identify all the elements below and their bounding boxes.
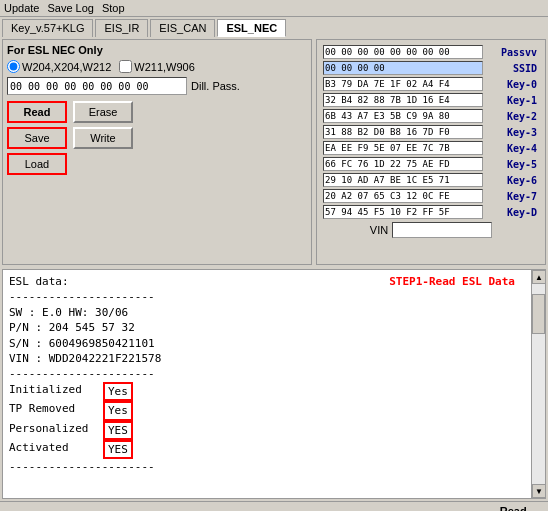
key-label-4: Key-2: [496, 108, 541, 124]
bottom-panel-inner: STEP1-Read ESL Data ESL data: ----------…: [3, 270, 545, 498]
key-row-2: Key-0: [321, 76, 541, 92]
hex-row: Dill. Pass.: [7, 77, 307, 95]
personalized-label: Personalized: [9, 421, 99, 440]
menu-update[interactable]: Update: [4, 2, 39, 14]
key-row-7: Key-5: [321, 156, 541, 172]
log-line-5: VIN : WDD2042221F221578: [9, 351, 525, 366]
log-line-4: S/N : 6004969850421101: [9, 336, 525, 351]
key-label-6: Key-4: [496, 140, 541, 156]
write-button[interactable]: Write: [73, 127, 133, 149]
btn-row-3: Load: [7, 153, 307, 175]
tab-eslnec[interactable]: ESL_NEC: [217, 19, 286, 37]
vin-input[interactable]: [392, 222, 492, 238]
status-bar: Read.....: [0, 501, 548, 511]
key-input-4[interactable]: [323, 109, 483, 123]
tab-eiscan[interactable]: EIS_CAN: [150, 19, 215, 37]
vin-row: VIN: [321, 222, 541, 238]
dill-pass-input[interactable]: [7, 77, 187, 95]
left-panel: For ESL NEC Only W204,X204,W212 W211,W90…: [2, 39, 312, 265]
log-tp-removed: TP Removed Yes: [9, 401, 525, 420]
key-label-1: SSID: [496, 60, 541, 76]
key-input-5[interactable]: [323, 125, 483, 139]
key-table: PassvvSSIDKey-0Key-1Key-2Key-3Key-4Key-5…: [321, 44, 541, 220]
log-activated: Activated YES: [9, 440, 525, 459]
panel-title: For ESL NEC Only: [7, 44, 307, 56]
initialized-value: Yes: [103, 382, 133, 401]
key-row-0: Passvv: [321, 44, 541, 60]
key-input-3[interactable]: [323, 93, 483, 107]
key-row-5: Key-3: [321, 124, 541, 140]
key-label-0: Passvv: [496, 44, 541, 60]
bottom-panel: STEP1-Read ESL Data ESL data: ----------…: [2, 269, 546, 499]
activated-value: YES: [103, 440, 133, 459]
key-input-2[interactable]: [323, 77, 483, 91]
scroll-track: [532, 284, 545, 484]
menu-stop[interactable]: Stop: [102, 2, 125, 14]
right-panel: PassvvSSIDKey-0Key-1Key-2Key-3Key-4Key-5…: [316, 39, 546, 265]
scroll-thumb[interactable]: [532, 294, 545, 334]
vin-label: VIN: [370, 224, 388, 236]
key-row-1: SSID: [321, 60, 541, 76]
log-line-12: ----------------------: [9, 459, 525, 474]
key-row-10: Key-D: [321, 204, 541, 220]
key-row-6: Key-4: [321, 140, 541, 156]
btn-row-2: Save Write: [7, 127, 307, 149]
save-button[interactable]: Save: [7, 127, 67, 149]
key-row-8: Key-6: [321, 172, 541, 188]
key-label-9: Key-7: [496, 188, 541, 204]
load-button[interactable]: Load: [7, 153, 67, 175]
main-content: For ESL NEC Only W204,X204,W212 W211,W90…: [0, 37, 548, 267]
log-area: STEP1-Read ESL Data ESL data: ----------…: [3, 270, 531, 498]
key-label-2: Key-0: [496, 76, 541, 92]
key-input-10[interactable]: [323, 205, 483, 219]
log-line-6: ----------------------: [9, 366, 525, 381]
personalized-value: YES: [103, 421, 133, 440]
log-initialized: Initialized Yes: [9, 382, 525, 401]
scrollbar[interactable]: ▲ ▼: [531, 270, 545, 498]
key-row-4: Key-2: [321, 108, 541, 124]
key-input-7[interactable]: [323, 157, 483, 171]
scroll-up-btn[interactable]: ▲: [532, 270, 545, 284]
radio-w211-label: W211,W906: [134, 61, 195, 73]
log-personalized: Personalized YES: [9, 421, 525, 440]
key-label-5: Key-3: [496, 124, 541, 140]
key-label-10: Key-D: [496, 204, 541, 220]
radio-row: W204,X204,W212 W211,W906: [7, 60, 307, 73]
key-input-1[interactable]: [323, 61, 483, 75]
tp-removed-label: TP Removed: [9, 401, 99, 420]
step-label: STEP1-Read ESL Data: [389, 274, 515, 289]
tab-key[interactable]: Key_v.57+KLG: [2, 19, 93, 37]
key-label-8: Key-6: [496, 172, 541, 188]
read-button[interactable]: Read: [7, 101, 67, 123]
log-line-1: ----------------------: [9, 289, 525, 304]
initialized-label: Initialized: [9, 382, 99, 401]
menu-savelog[interactable]: Save Log: [47, 2, 93, 14]
erase-button[interactable]: Erase: [73, 101, 133, 123]
radio-w204[interactable]: W204,X204,W212: [7, 60, 111, 73]
activated-label: Activated: [9, 440, 99, 459]
key-input-9[interactable]: [323, 189, 483, 203]
log-line-3: P/N : 204 545 57 32: [9, 320, 525, 335]
tab-bar: Key_v.57+KLG EIS_IR EIS_CAN ESL_NEC: [0, 17, 548, 37]
key-row-3: Key-1: [321, 92, 541, 108]
key-input-6[interactable]: [323, 141, 483, 155]
key-label-3: Key-1: [496, 92, 541, 108]
tab-eisir[interactable]: EIS_IR: [95, 19, 148, 37]
dill-label: Dill. Pass.: [191, 80, 240, 92]
key-row-9: Key-7: [321, 188, 541, 204]
key-input-8[interactable]: [323, 173, 483, 187]
status-text: Read.....: [500, 505, 542, 512]
log-line-2: SW : E.0 HW: 30/06: [9, 305, 525, 320]
menu-bar: Update Save Log Stop: [0, 0, 548, 17]
btn-row-1: Read Erase: [7, 101, 307, 123]
scroll-down-btn[interactable]: ▼: [532, 484, 545, 498]
radio-w211[interactable]: W211,W906: [119, 60, 195, 73]
key-label-7: Key-5: [496, 156, 541, 172]
tp-removed-value: Yes: [103, 401, 133, 420]
key-input-0[interactable]: [323, 45, 483, 59]
radio-w204-label: W204,X204,W212: [22, 61, 111, 73]
